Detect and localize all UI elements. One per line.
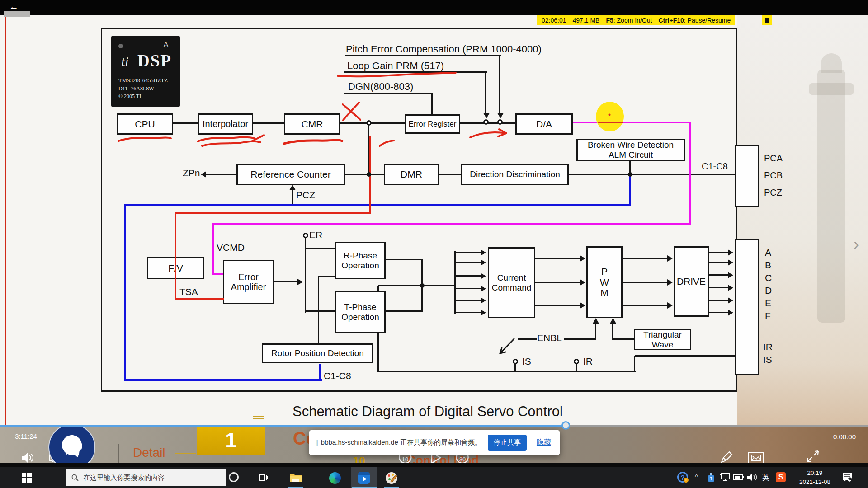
- show-hidden-icons-chevron[interactable]: ^: [695, 473, 698, 480]
- dialog-drag-handle[interactable]: ||: [315, 438, 317, 447]
- progress-bar-remaining[interactable]: [566, 425, 868, 427]
- sogou-input-icon[interactable]: S: [776, 472, 786, 482]
- task-view-button[interactable]: [259, 473, 268, 482]
- section-number-badge: 1: [197, 426, 265, 455]
- enbl-switch-arrow: [500, 339, 514, 353]
- taskbar-clock[interactable]: 20:19 2021-12-08: [793, 469, 836, 486]
- band-divider: [118, 444, 119, 464]
- play-glyph: [363, 476, 367, 482]
- gold-connector-line: [175, 453, 196, 454]
- screen-share-dialog: || bbba.hs-schmalkalden.de 正在共享你的屏幕和音频。 …: [309, 430, 560, 455]
- school-logo: XDC: [48, 426, 95, 464]
- speaker-tray-icon[interactable]: [747, 473, 758, 482]
- cortana-button[interactable]: [229, 472, 239, 482]
- clapper-strip: [358, 472, 370, 475]
- paint-icon[interactable]: [386, 472, 397, 484]
- pencil-button[interactable]: [720, 450, 733, 464]
- clock-time: 20:19: [793, 469, 836, 478]
- svg-text:10: 10: [402, 456, 408, 463]
- clock-date: 2021-12-08: [793, 478, 836, 487]
- progress-bar-elapsed[interactable]: [0, 425, 566, 427]
- yellow-highlight: [596, 102, 624, 131]
- share-status-text: bbba.hs-schmalkalden.de 正在共享你的屏幕和音频。: [321, 438, 481, 447]
- progress-handle[interactable]: [561, 421, 570, 430]
- hide-dialog-link[interactable]: 隐藏: [537, 438, 551, 447]
- svg-text:30: 30: [459, 456, 466, 463]
- image-nav-button[interactable]: [748, 452, 764, 464]
- video-bottom-edge: [0, 463, 868, 467]
- collapse-expand-button[interactable]: [807, 450, 819, 463]
- detail-label: Detail: [133, 446, 165, 460]
- battery-tray-icon[interactable]: [733, 474, 744, 480]
- screen: › ← 02:06:01 497.1 MB F5: Zoom In/Out Ct…: [0, 0, 868, 488]
- red-underline-cpu: [118, 137, 171, 141]
- help-tray-icon[interactable]: ?i: [677, 472, 688, 483]
- taskbar-search-input[interactable]: 在这里输入你要搜索的内容: [66, 469, 226, 486]
- file-explorer-icon[interactable]: [289, 473, 302, 483]
- network-tray-icon[interactable]: [720, 473, 731, 482]
- elapsed-time: 3:11:24: [15, 432, 37, 440]
- logo-text: XDC: [67, 457, 77, 462]
- remaining-time: 0:00:00: [833, 433, 856, 441]
- notification-center-icon[interactable]: [842, 472, 853, 482]
- search-icon: [71, 474, 79, 481]
- language-indicator[interactable]: 英: [762, 473, 769, 483]
- stop-sharing-button[interactable]: 停止共享: [488, 435, 527, 451]
- search-placeholder: 在这里输入你要搜索的内容: [83, 474, 165, 482]
- volume-button[interactable]: [21, 452, 34, 464]
- slide-gold-rule: [253, 416, 264, 417]
- start-button[interactable]: [22, 473, 32, 483]
- slide-title: Schematic Diagram of Digital Servo Contr…: [269, 404, 586, 420]
- subsection-number-partial: 10: [353, 455, 365, 464]
- slide-gold-rule: [253, 418, 264, 419]
- video-player-icon[interactable]: [358, 472, 370, 484]
- usb-tray-icon[interactable]: [706, 472, 716, 483]
- edge-browser-icon[interactable]: [329, 472, 341, 484]
- info-badge: i: [684, 478, 689, 483]
